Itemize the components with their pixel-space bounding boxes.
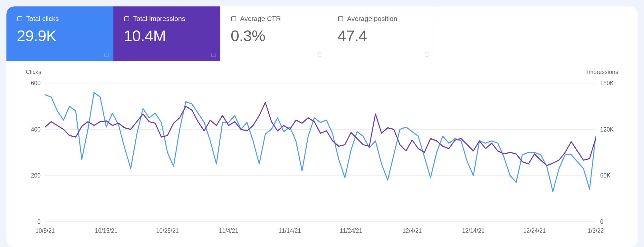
metric-label: Average CTR xyxy=(240,15,281,23)
corner-drag-icon xyxy=(211,52,216,57)
checkbox-icon xyxy=(17,16,23,22)
metric-value: 29.9K xyxy=(17,27,103,45)
metric-card-impressions[interactable]: Total impressions 10.4M xyxy=(113,6,220,61)
metric-label: Average position xyxy=(347,15,397,23)
svg-text:0: 0 xyxy=(37,218,41,225)
svg-text:12/4/21: 12/4/21 xyxy=(402,227,422,234)
svg-text:10/5/21: 10/5/21 xyxy=(35,227,55,234)
svg-text:400: 400 xyxy=(31,126,41,133)
checkbox-icon xyxy=(124,16,130,22)
corner-drag-icon xyxy=(425,52,429,57)
metric-card-clicks[interactable]: Total clicks 29.9K xyxy=(6,6,113,61)
right-axis-title: Impressions xyxy=(587,69,618,76)
svg-text:12/24/21: 12/24/21 xyxy=(523,227,546,234)
svg-rect-1 xyxy=(105,53,108,57)
metric-value: 10.4M xyxy=(124,27,210,45)
svg-text:200: 200 xyxy=(31,172,41,179)
svg-text:120K: 120K xyxy=(600,126,614,133)
svg-text:12/14/21: 12/14/21 xyxy=(462,227,485,234)
svg-rect-7 xyxy=(425,53,429,56)
svg-rect-6 xyxy=(339,16,343,21)
metric-card-ctr[interactable]: Average CTR 0.3% xyxy=(220,6,327,61)
svg-text:11/24/21: 11/24/21 xyxy=(340,227,362,234)
svg-text:180K: 180K xyxy=(600,80,614,87)
svg-text:10/25/21: 10/25/21 xyxy=(156,227,179,234)
chart-area: Clicks Impressions 0020060K400120K600180… xyxy=(6,61,638,247)
svg-rect-3 xyxy=(212,53,215,57)
corner-drag-icon xyxy=(318,52,322,57)
metric-value: 47.4 xyxy=(338,27,424,45)
metric-value: 0.3% xyxy=(231,27,317,45)
metric-card-position[interactable]: Average position 47.4 xyxy=(327,6,434,61)
svg-rect-0 xyxy=(18,16,22,21)
svg-rect-4 xyxy=(232,16,236,21)
metric-label: Total impressions xyxy=(133,15,185,23)
svg-rect-2 xyxy=(125,16,129,21)
performance-card: Total clicks 29.9K Total impressions 10.… xyxy=(6,6,638,247)
svg-text:60K: 60K xyxy=(600,172,611,179)
left-axis-title: Clicks xyxy=(26,69,41,76)
svg-text:0: 0 xyxy=(600,218,603,225)
corner-drag-icon xyxy=(104,52,109,57)
metrics-row: Total clicks 29.9K Total impressions 10.… xyxy=(6,6,638,61)
svg-text:11/14/21: 11/14/21 xyxy=(279,227,301,234)
line-chart[interactable]: 0020060K400120K600180K10/5/2110/15/2110/… xyxy=(23,71,621,244)
svg-text:600: 600 xyxy=(31,80,41,87)
metric-label: Total clicks xyxy=(26,15,59,23)
checkbox-icon xyxy=(231,16,237,22)
checkbox-icon xyxy=(338,16,344,22)
svg-text:11/4/21: 11/4/21 xyxy=(219,227,238,234)
svg-text:10/15/21: 10/15/21 xyxy=(95,227,118,234)
svg-rect-5 xyxy=(318,53,322,56)
svg-text:1/3/22: 1/3/22 xyxy=(588,227,604,234)
